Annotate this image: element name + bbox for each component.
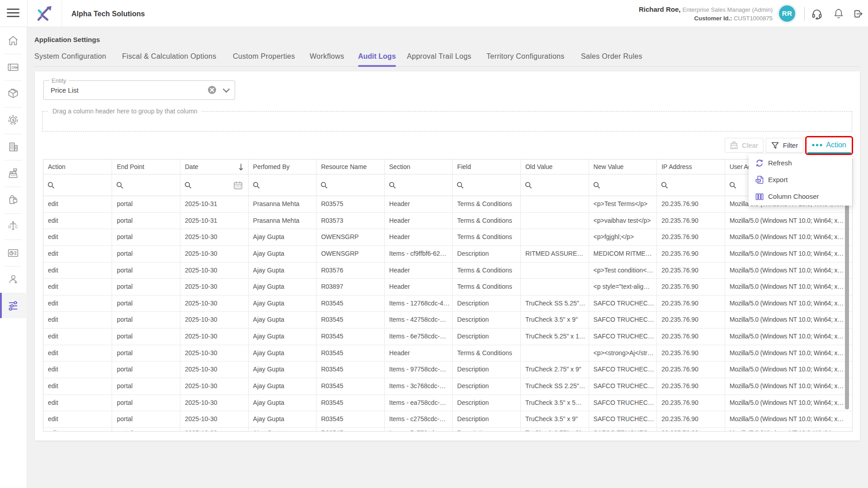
svg-text:D: D <box>9 225 11 229</box>
svg-text:CRM: CRM <box>11 66 18 69</box>
svg-text:XLS: XLS <box>757 179 761 182</box>
svg-text:$: $ <box>12 117 15 122</box>
svg-text:C: C <box>15 225 18 229</box>
